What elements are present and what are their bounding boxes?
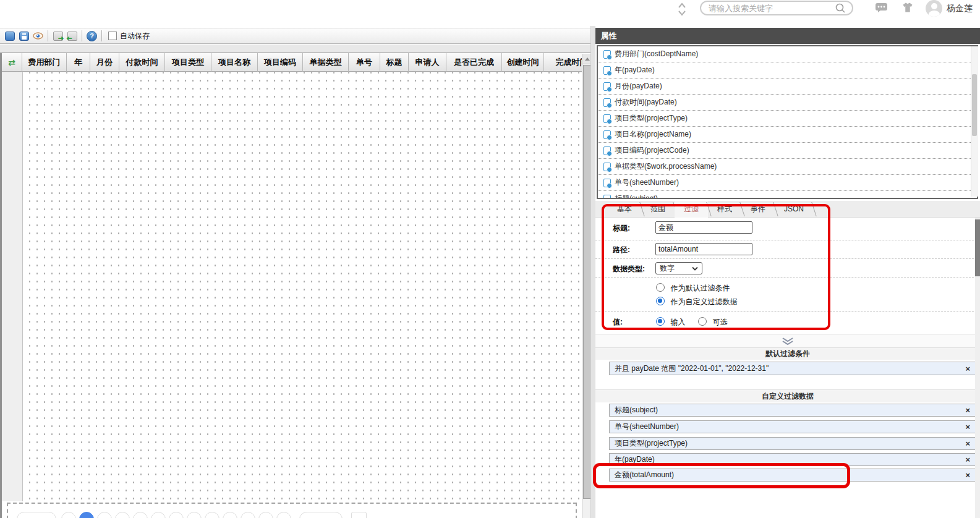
properties-scrollbar[interactable] [975,218,980,518]
custom-filter-item-label: 标题(subject) [615,405,658,415]
column-header[interactable]: 单号 [349,53,380,72]
collapse-band [595,334,980,348]
search-input[interactable] [707,3,835,14]
message-icon[interactable] [875,2,888,13]
toolbar-divider [82,30,82,41]
field-list-scrollbar[interactable] [971,46,978,197]
properties-tabs: 基本 范围 过滤 样式 事件 JSON [595,201,980,218]
page-dot[interactable] [169,512,184,518]
chevron-down-icon [692,266,698,271]
scrollbar-thumb[interactable] [972,74,977,136]
pager-box[interactable] [351,512,367,518]
radio-custom-filter[interactable] [656,297,665,305]
column-header[interactable]: 标题 [380,53,409,72]
close-icon[interactable]: × [965,423,970,431]
radio-value-input[interactable] [656,317,665,326]
filter-title-input[interactable] [655,221,752,234]
field-item[interactable]: 付款时间(payDate) [598,95,977,111]
column-header[interactable]: 完成时间 [544,53,582,72]
column-header[interactable]: 年 [67,53,90,72]
scroll-up-down-icon[interactable] [678,2,686,16]
pager-next-button[interactable] [299,512,343,518]
close-icon[interactable]: × [965,456,970,464]
datatype-label: 数据类型: [613,264,645,274]
custom-filter-item[interactable]: 标题(subject) × [609,404,976,417]
shirt-icon[interactable] [901,2,914,13]
field-item[interactable]: 年(payDate) [598,62,977,79]
column-header[interactable]: 单据类型 [303,53,349,72]
page-dot[interactable] [115,512,130,518]
tab-json[interactable]: JSON [775,201,813,218]
export-icon[interactable]: ➜ [53,31,63,41]
page-dot[interactable] [61,512,76,518]
column-header[interactable]: 费用部门 [22,53,67,72]
new-window-icon[interactable] [4,31,15,41]
field-item[interactable]: 单据类型($work.processName) [598,159,977,175]
save-icon[interactable] [19,31,29,41]
field-label: 月份(payDate) [615,81,662,91]
field-item[interactable]: 费用部门(costDeptName) [598,46,977,62]
column-header[interactable]: 项目类型 [165,53,211,72]
search-box[interactable] [700,1,853,15]
avatar[interactable] [926,0,942,17]
scrollbar-thumb[interactable] [975,219,980,276]
radio-value-select[interactable] [698,317,707,326]
custom-filter-item[interactable]: 年(payDate) × [609,453,976,466]
close-icon[interactable]: × [965,365,970,373]
preview-eye-icon[interactable] [33,31,43,41]
page-dot[interactable] [223,512,237,518]
close-icon[interactable]: × [965,471,970,479]
field-item[interactable]: 标题(subject) [598,191,977,199]
tab-style[interactable]: 样式 [708,201,741,218]
page-dot[interactable] [97,512,112,518]
custom-filter-item[interactable]: 项目类型(projectType) × [609,437,976,450]
refresh-icon[interactable]: ⇄ [2,53,22,72]
page-dot[interactable] [151,512,166,518]
autosave-checkbox[interactable] [108,32,117,40]
tab-filter[interactable]: 过滤 [675,201,708,218]
pager-prev-button[interactable] [17,512,56,518]
datatype-select[interactable]: 数字 [655,262,702,274]
page-dot[interactable] [276,512,291,518]
custom-filter-item-label: 金额(totalAmount) [615,470,674,480]
column-header[interactable]: 申请人 [409,53,446,72]
collapse-double-chevron-icon[interactable] [780,338,795,346]
column-header[interactable]: 创建时间 [502,53,544,72]
datatype-value: 数字 [660,263,675,274]
radio-default-filter[interactable] [656,283,665,292]
field-item[interactable]: 项目编码(projectCode) [598,143,977,159]
field-icon [603,195,611,200]
column-header[interactable]: 是否已完成 [446,53,502,72]
design-canvas-frame: ⇄ 费用部门 年 月份 付款时间 项目类型 项目名称 项目编码 单据类型 单号 … [0,53,592,518]
custom-filter-item-highlighted[interactable]: 金额(totalAmount) × [609,469,976,482]
field-item[interactable]: 项目类型(projectType) [598,111,977,127]
page-dot[interactable] [205,512,219,518]
custom-filter-item[interactable]: 单号(sheetNumber) × [609,420,976,433]
close-icon[interactable]: × [965,406,970,414]
page-dot[interactable] [241,512,255,518]
design-grid-canvas[interactable] [23,72,581,503]
import-icon[interactable]: ➜ [67,31,77,41]
tab-event[interactable]: 事件 [741,201,775,218]
column-header[interactable]: 项目名称 [211,53,258,72]
column-header[interactable]: 项目编码 [258,53,303,72]
panel-splitter[interactable] [590,26,595,518]
close-icon[interactable]: × [965,439,970,448]
search-icon[interactable] [835,2,846,14]
page-dot[interactable] [258,512,273,518]
column-header[interactable]: 付款时间 [119,53,165,72]
page-dot[interactable] [133,512,148,518]
field-item[interactable]: 月份(payDate) [598,79,977,95]
value-label: 值: [613,317,623,328]
page-dot[interactable] [187,512,202,518]
default-filter-item[interactable]: 并且 payDate 范围 "2022-01-01", "2022-12-31"… [609,362,976,375]
field-item[interactable]: 项目名称(projectName) [598,127,977,143]
tab-basic[interactable]: 基本 [608,201,641,218]
filter-path-input[interactable] [655,243,752,255]
help-icon[interactable]: ? [87,31,97,41]
tab-range[interactable]: 范围 [641,201,675,218]
username[interactable]: 杨金莲 [947,3,973,14]
page-dot-active[interactable] [79,512,94,518]
column-header[interactable]: 月份 [90,53,119,72]
field-item[interactable]: 单号(sheetNumber) [598,175,977,191]
